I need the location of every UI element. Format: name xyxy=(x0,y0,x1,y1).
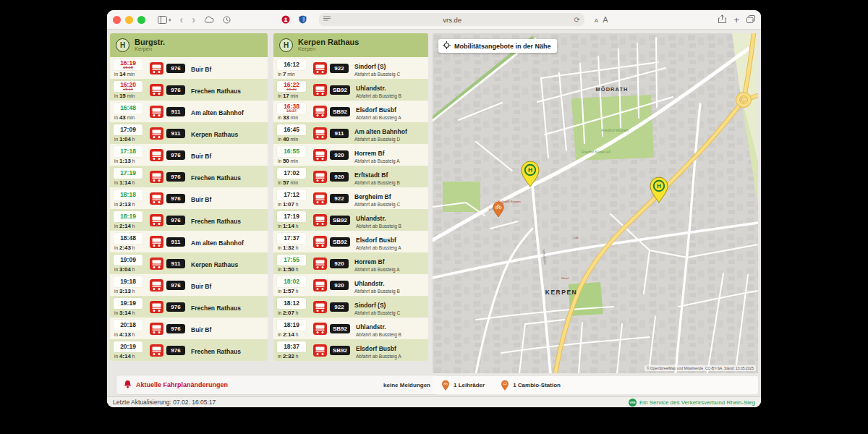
bus-icon xyxy=(313,127,327,140)
forward-button[interactable]: › xyxy=(190,14,197,25)
scheduled-time-struck: 16:37 xyxy=(286,109,297,113)
clock-icon[interactable] xyxy=(221,14,233,25)
text-larger-button[interactable]: A xyxy=(603,15,608,24)
countdown: in 2:32 h xyxy=(277,353,310,359)
new-tab-button[interactable]: + xyxy=(733,14,739,25)
departure-row: 18:02 in 1:57 h 920 Uhlandstr. xyxy=(273,274,428,296)
crosshair-icon xyxy=(443,41,451,51)
map-canvas[interactable]: Alte Landstraße Stiftsstraße Friedhof Mö… xyxy=(433,33,758,373)
tab-overview-button[interactable] xyxy=(746,13,755,26)
text-size-buttons[interactable]: A A xyxy=(595,15,608,24)
schedule-changes-bar[interactable]: Aktuelle Fahrplanänderungen keine Meldun… xyxy=(116,375,438,395)
time-chip: 16:12 xyxy=(277,59,306,70)
browser-window: ▾ ‹ › vrs.de ⟳ xyxy=(107,10,761,407)
departure-row: 19:19 in 3:14 h 976 Frechen Rathaus xyxy=(110,296,268,318)
departure-time: 18:48 xyxy=(120,235,136,241)
countdown: in 2:14 h xyxy=(277,331,310,338)
mobility-offers-label: Mobilitätsangebote in der Nähe xyxy=(454,43,551,50)
time-chip: 16:45 xyxy=(277,124,306,135)
departure-time: 18:19 xyxy=(284,322,299,328)
destination: Frechen Rathaus xyxy=(191,174,241,182)
departure-row: 17:37 in 1:32 h SB92 Elsdorf Busbf xyxy=(273,231,428,252)
line-badge: 976 xyxy=(166,150,185,160)
bus-icon xyxy=(150,192,163,205)
mobility-offers-button[interactable]: Mobilitätsangebote in der Nähe xyxy=(438,39,557,53)
departure-row: 16:38 16:37 in 33 min SB92 Elsdorf Busbf xyxy=(273,101,428,122)
bus-icon xyxy=(313,149,327,161)
destination: Buir Bf xyxy=(191,66,211,73)
page-footer: Letzte Aktualisierung: 07.02. 16:05:17 V… xyxy=(107,396,761,407)
time-chip: 18:19 xyxy=(114,211,142,222)
destination: Horrem Bf xyxy=(354,258,385,265)
departure-row: 16:22 16:19 in 17 min SB92 Uhlandstr. xyxy=(273,79,428,101)
destination: Frechen Rathaus xyxy=(191,218,241,225)
extension-red-icon[interactable] xyxy=(279,14,292,25)
bus-icon xyxy=(150,84,163,96)
departure-row: 16:55 in 50 min 920 Horrem Bf xyxy=(273,144,428,166)
time-chip: 17:02 xyxy=(277,168,306,179)
departure-row: 17:12 in 1:07 h 922 Bergheim Bf xyxy=(273,187,428,209)
line-badge: 922 xyxy=(330,302,349,312)
bus-icon xyxy=(150,279,163,292)
destination: Kerpen Rathaus xyxy=(191,261,238,268)
cloud-icon[interactable] xyxy=(202,14,216,25)
platform-label: Abfahrt ab Bussteig B xyxy=(356,93,401,98)
last-update-text: Letzte Aktualisierung: 07.02. 16:05:17 xyxy=(113,399,216,406)
countdown: in 4:14 h xyxy=(114,353,147,359)
countdown: in 14 min xyxy=(114,71,147,77)
back-button[interactable]: ‹ xyxy=(178,14,186,25)
bell-icon xyxy=(124,378,132,391)
destination: Elsdorf Busbf xyxy=(356,237,396,244)
extension-blue-icon[interactable] xyxy=(297,14,309,25)
departure-time: 17:12 xyxy=(284,192,299,197)
destination: Horrem Bf xyxy=(354,150,385,157)
destination: Am alten Bahnhof xyxy=(191,109,244,116)
destination: Uhlandstr. xyxy=(356,323,386,331)
departure-time: 18:12 xyxy=(284,300,299,306)
bus-icon xyxy=(150,149,163,161)
reader-icon[interactable] xyxy=(323,16,331,24)
text-smaller-button[interactable]: A xyxy=(595,17,598,24)
destination: Uhlandstr. xyxy=(356,215,386,222)
line-badge: 922 xyxy=(330,64,349,73)
time-chip: 16:48 xyxy=(114,103,142,114)
platform-label: Abfahrt ab Bussteig A xyxy=(356,115,401,120)
departure-time: 17:37 xyxy=(284,235,299,241)
departure-row: 17:02 in 57 min 920 Erftstadt Bf xyxy=(273,166,428,187)
url-field[interactable]: vrs.de ⟳ xyxy=(319,13,584,26)
departure-row: 18:18 in 2:13 h 976 Buir Bf xyxy=(110,187,268,209)
destination: Buir Bf xyxy=(191,283,211,290)
line-badge: 976 xyxy=(166,172,185,182)
sidebar-toggle-button[interactable]: ▾ xyxy=(156,14,174,25)
vrs-departure-monitor-page: H Burgstr. Kerpen 16:19 16:18 xyxy=(107,30,761,407)
close-window-button[interactable] xyxy=(113,16,121,24)
zoom-window-button[interactable] xyxy=(137,16,145,24)
departure-time: 16:45 xyxy=(284,127,299,132)
departure-time: 17:19 xyxy=(120,170,136,176)
time-chip: 18:12 xyxy=(277,298,306,309)
minimize-window-button[interactable] xyxy=(125,16,133,24)
line-badge: SB92 xyxy=(330,107,350,116)
town-label-moedrath: MÖDRATH xyxy=(596,86,629,93)
line-badge: 911 xyxy=(166,107,185,116)
destination: Sindorf (S) xyxy=(354,63,386,70)
departure-list: 16:19 16:18 in 14 min 976 Buir Bf xyxy=(110,57,268,361)
platform-label: Abfahrt ab Bussteig B xyxy=(356,332,401,337)
destination: Buir Bf xyxy=(191,153,211,160)
svg-text:H: H xyxy=(528,166,532,174)
destination: Am alten Bahnhof xyxy=(354,128,407,135)
time-chip: 17:18 xyxy=(114,146,142,157)
bus-stop-h-icon: H xyxy=(116,38,129,52)
share-button[interactable] xyxy=(718,13,726,26)
bus-icon xyxy=(150,171,163,183)
line-badge: 976 xyxy=(166,302,185,312)
poi-label-lidl: Lidl xyxy=(574,236,579,239)
reload-button[interactable]: ⟳ xyxy=(574,16,579,24)
destination: Am alten Bahnhof xyxy=(191,239,244,247)
departure-time: 20:18 xyxy=(120,322,136,328)
destination: Buir Bf xyxy=(191,326,211,333)
board-header: H Burgstr. Kerpen xyxy=(110,33,268,57)
departure-row: 16:19 16:18 in 14 min 976 Buir Bf xyxy=(110,57,268,79)
bus-icon xyxy=(313,236,327,248)
time-chip: 18:37 xyxy=(277,341,306,352)
